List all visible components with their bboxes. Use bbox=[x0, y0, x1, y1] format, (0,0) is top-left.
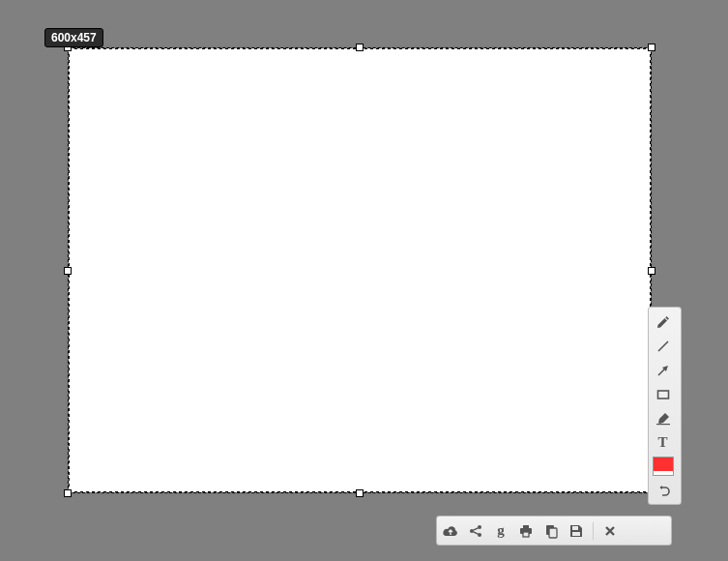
svg-rect-10 bbox=[549, 528, 557, 538]
arrow-tool[interactable] bbox=[651, 359, 675, 381]
svg-rect-8 bbox=[523, 532, 529, 537]
svg-rect-2 bbox=[656, 424, 670, 425]
share-icon bbox=[468, 523, 483, 539]
print-button[interactable] bbox=[515, 520, 537, 541]
close-button[interactable] bbox=[599, 520, 621, 541]
color-picker[interactable] bbox=[651, 456, 675, 477]
resize-handle-bm[interactable] bbox=[356, 489, 364, 497]
color-swatch bbox=[653, 457, 674, 476]
marker-icon bbox=[655, 411, 671, 427]
copy-icon bbox=[543, 523, 559, 539]
pencil-icon bbox=[655, 314, 671, 330]
share-button[interactable] bbox=[465, 520, 486, 541]
save-button[interactable] bbox=[566, 520, 587, 541]
undo-icon bbox=[655, 483, 671, 498]
resize-handle-mr[interactable] bbox=[648, 267, 655, 275]
separator bbox=[593, 522, 594, 540]
line-tool[interactable] bbox=[651, 335, 675, 357]
resize-handle-ml[interactable] bbox=[64, 267, 72, 275]
line-icon bbox=[655, 339, 671, 354]
svg-rect-12 bbox=[572, 532, 580, 536]
rectangle-tool[interactable] bbox=[651, 383, 675, 405]
dimensions-badge: 600x457 bbox=[44, 28, 103, 47]
capture-canvas bbox=[70, 49, 650, 491]
google-search-button[interactable]: g bbox=[490, 520, 511, 541]
marker-tool[interactable] bbox=[651, 407, 675, 429]
copy-button[interactable] bbox=[540, 520, 562, 541]
save-icon bbox=[568, 523, 584, 539]
svg-rect-1 bbox=[657, 391, 668, 399]
close-icon bbox=[603, 524, 617, 538]
resize-handle-bl[interactable] bbox=[64, 489, 72, 497]
pencil-tool[interactable] bbox=[651, 310, 675, 333]
google-icon: g bbox=[497, 522, 505, 539]
print-icon bbox=[518, 523, 534, 539]
text-icon: T bbox=[657, 434, 667, 451]
svg-line-0 bbox=[658, 341, 668, 351]
svg-rect-11 bbox=[572, 526, 578, 530]
arrow-icon bbox=[655, 363, 671, 378]
resize-handle-tm[interactable] bbox=[356, 44, 364, 51]
svg-rect-6 bbox=[523, 525, 529, 528]
resize-handle-tr[interactable] bbox=[648, 44, 655, 51]
upload-cloud-icon bbox=[442, 523, 459, 539]
action-bar: g bbox=[436, 516, 672, 546]
rectangle-icon bbox=[655, 387, 671, 402]
upload-button[interactable] bbox=[440, 520, 461, 541]
undo-button[interactable] bbox=[651, 479, 675, 501]
tool-panel: T bbox=[648, 307, 682, 505]
text-tool[interactable]: T bbox=[651, 431, 675, 454]
